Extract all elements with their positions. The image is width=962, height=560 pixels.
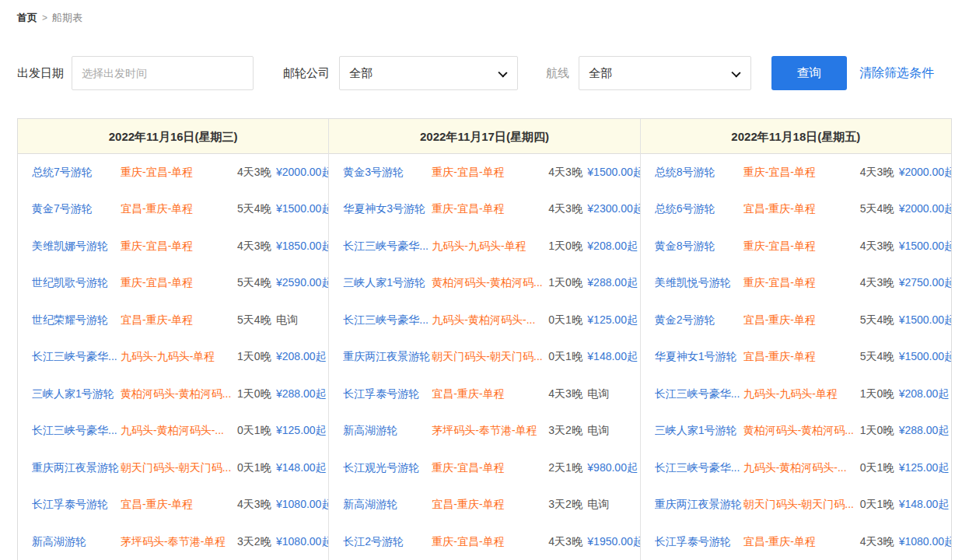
route-link[interactable]: 九码头-九码头-单程 [121,350,237,364]
ship-name-link[interactable]: 黄金2号游轮 [655,313,743,327]
route-link[interactable]: 茅坪码头-奉节港-单程 [432,424,548,438]
ship-name-link[interactable]: 三峡人家1号游轮 [655,424,743,438]
route-link[interactable]: 宜昌-重庆-单程 [121,498,237,512]
price-link[interactable]: ¥1080.00起 [899,535,951,549]
price-link[interactable]: ¥148.00起 [276,461,328,475]
route-link[interactable]: 宜昌-重庆-单程 [743,202,860,216]
ship-name-link[interactable]: 长江三峡号豪华... [32,350,121,364]
route-link[interactable]: 重庆-宜昌-单程 [121,166,237,180]
ship-name-link[interactable]: 世纪荣耀号游轮 [32,313,121,327]
route-link[interactable]: 九码头-九码头-单程 [743,387,860,401]
ship-name-link[interactable]: 美维凯悦号游轮 [655,276,743,290]
price-link[interactable]: ¥148.00起 [899,498,951,512]
route-link[interactable]: 朝天门码头-朝天门码... [121,461,237,475]
ship-name-link[interactable]: 总统8号游轮 [655,166,743,180]
ship-name-link[interactable]: 黄金3号游轮 [343,166,432,180]
ship-name-link[interactable]: 三峡人家1号游轮 [343,276,432,290]
ship-name-link[interactable]: 长江三峡号豪华... [655,461,743,475]
price-link[interactable]: ¥148.00起 [587,350,639,364]
route-link[interactable]: 九码头-黄柏河码头-... [432,313,548,327]
price-link[interactable]: ¥980.00起 [587,461,639,475]
ship-name-link[interactable]: 黄金7号游轮 [32,202,121,216]
price-link[interactable]: ¥2000.00起 [276,166,328,180]
price-link[interactable]: ¥208.00起 [276,350,328,364]
route-link[interactable]: 黄柏河码头-黄柏河码... [121,387,237,401]
ship-name-link[interactable]: 长江三峡号豪华... [32,424,121,438]
route-link[interactable]: 黄柏河码头-黄柏河码... [432,276,548,290]
price-link[interactable]: ¥208.00起 [587,240,639,254]
route-link[interactable]: 宜昌-重庆-单程 [432,498,548,512]
breadcrumb-home-link[interactable]: 首页 [17,12,37,23]
ship-name-link[interactable]: 总统6号游轮 [655,202,743,216]
price-link[interactable]: ¥288.00起 [899,424,951,438]
route-link[interactable]: 宜昌-重庆-单程 [743,535,860,549]
route-link[interactable]: 重庆-宜昌-单程 [121,276,237,290]
route-link[interactable]: 重庆-宜昌-单程 [432,535,548,549]
route-link[interactable]: 朝天门码头-朝天门码... [432,350,548,364]
route-link[interactable]: 九码头-黄柏河码头-... [121,424,237,438]
route-link[interactable]: 重庆-宜昌-单程 [432,461,548,475]
ship-name-link[interactable]: 长江三峡号豪华... [343,240,432,254]
price-link[interactable]: ¥2000.00起 [899,202,951,216]
price-link[interactable]: ¥1500.00起 [899,240,951,254]
ship-name-link[interactable]: 美维凯娜号游轮 [32,240,121,254]
ship-name-link[interactable]: 重庆两江夜景游轮 [32,461,121,475]
price-link[interactable]: ¥2300.00起 [587,202,639,216]
ship-name-link[interactable]: 黄金8号游轮 [655,240,743,254]
ship-name-link[interactable]: 华夏神女3号游轮 [343,202,432,216]
price-link[interactable]: ¥125.00起 [899,461,951,475]
price-link[interactable]: ¥2000.00起 [899,166,951,180]
route-link[interactable]: 重庆-宜昌-单程 [743,240,860,254]
route-link[interactable]: 重庆-宜昌-单程 [743,276,860,290]
route-link[interactable]: 朝天门码头-朝天门码... [743,498,860,512]
route-link[interactable]: 宜昌-重庆-单程 [432,387,548,401]
price-link[interactable]: ¥1950.00起 [587,535,639,549]
ship-name-link[interactable]: 长江孚泰号游轮 [655,535,743,549]
ship-name-link[interactable]: 长江孚泰号游轮 [343,387,432,401]
route-link[interactable]: 茅坪码头-奉节港-单程 [121,535,237,549]
price-link[interactable]: ¥1500.00起 [276,202,328,216]
route-select[interactable]: 全部 [579,56,751,90]
ship-name-link[interactable]: 新高湖游轮 [32,535,121,549]
ship-name-link[interactable]: 三峡人家1号游轮 [32,387,121,401]
ship-name-link[interactable]: 长江2号游轮 [343,535,432,549]
route-link[interactable]: 宜昌-重庆-单程 [743,350,860,364]
ship-name-link[interactable]: 重庆两江夜景游轮 [343,350,432,364]
ship-name-link[interactable]: 重庆两江夜景游轮 [655,498,743,512]
cruise-company-select[interactable]: 全部 [339,56,518,90]
route-link[interactable]: 重庆-宜昌-单程 [432,166,548,180]
route-link[interactable]: 九码头-黄柏河码头-... [743,461,860,475]
ship-name-link[interactable]: 新高湖游轮 [343,498,432,512]
ship-name-link[interactable]: 长江孚泰号游轮 [32,498,121,512]
clear-filters-link[interactable]: 清除筛选条件 [859,65,934,82]
ship-name-link[interactable]: 新高湖游轮 [343,424,432,438]
ship-name-link[interactable]: 总统7号游轮 [32,166,121,180]
route-link[interactable]: 宜昌-重庆-单程 [743,313,860,327]
price-link[interactable]: ¥1500.00起 [587,166,639,180]
route-link[interactable]: 重庆-宜昌-单程 [432,202,548,216]
price-link[interactable]: ¥1080.00起 [276,498,328,512]
route-link[interactable]: 宜昌-重庆-单程 [121,202,237,216]
price-link[interactable]: ¥1080.00起 [276,535,328,549]
route-link[interactable]: 黄柏河码头-黄柏河码... [743,424,860,438]
ship-name-link[interactable]: 长江三峡号豪华... [343,313,432,327]
price-link[interactable]: ¥1500.00起 [899,313,951,327]
departure-date-input[interactable] [72,56,254,90]
price-link[interactable]: ¥288.00起 [587,276,639,290]
search-button[interactable]: 查询 [771,56,847,90]
price-link[interactable]: ¥125.00起 [587,313,639,327]
price-link[interactable]: ¥2590.00起 [276,276,328,290]
price-link[interactable]: ¥288.00起 [276,387,328,401]
route-link[interactable]: 重庆-宜昌-单程 [121,240,237,254]
route-link[interactable]: 重庆-宜昌-单程 [743,166,860,180]
route-link[interactable]: 九码头-九码头-单程 [432,240,548,254]
price-link[interactable]: ¥208.00起 [899,387,951,401]
price-link[interactable]: ¥2750.00起 [899,276,951,290]
ship-name-link[interactable]: 长江三峡号豪华... [655,387,743,401]
ship-name-link[interactable]: 长江观光号游轮 [343,461,432,475]
price-link[interactable]: ¥125.00起 [276,424,328,438]
price-link[interactable]: ¥1850.00起 [276,240,328,254]
price-link[interactable]: ¥1500.00起 [899,350,951,364]
ship-name-link[interactable]: 华夏神女1号游轮 [655,350,743,364]
route-link[interactable]: 宜昌-重庆-单程 [121,313,237,327]
